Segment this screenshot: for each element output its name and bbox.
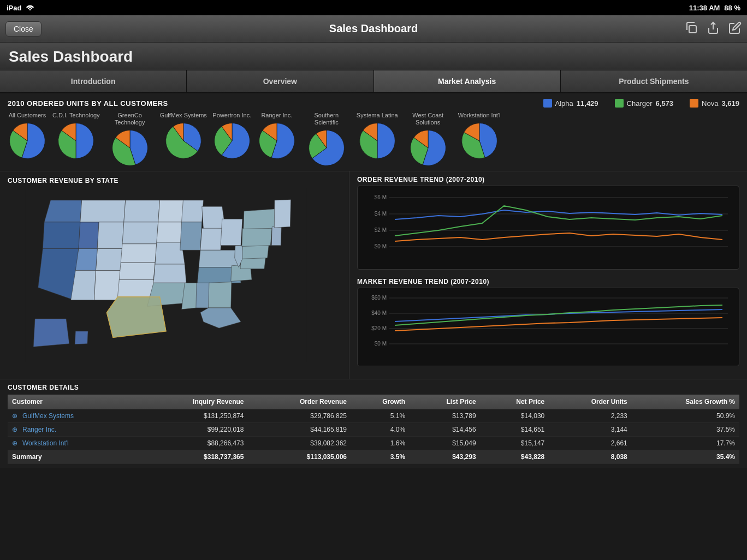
legend-nova: Nova 3,619 [690, 99, 739, 108]
state-oh [221, 219, 242, 246]
col-units: Order Units [549, 395, 632, 409]
state-wy [97, 222, 124, 249]
order-trend-chart-box: $6 M $4 M $2 M $0 M [357, 186, 739, 270]
table-cell: 50.9% [632, 409, 739, 423]
cell-customer[interactable]: ⊕Workstation Int'l [8, 437, 138, 450]
pie-label: Workstation Int'l [458, 112, 501, 119]
state-hi [75, 331, 88, 344]
title-bar-left[interactable]: Close [5, 21, 42, 37]
customer-link[interactable]: GulfMex Systems [22, 412, 74, 420]
col-net: Net Price [481, 395, 549, 409]
pie-chart-item[interactable]: Southern Scientific [302, 112, 351, 168]
col-list: List Price [410, 395, 480, 409]
lower-section: CUSTOMER REVENUE BY STATE [0, 171, 747, 379]
main-content: 2010 ORDERED UNITS BY ALL CUSTOMERS Alph… [0, 93, 747, 468]
svg-text:$0 M: $0 M [375, 341, 387, 347]
table-cell: $14,651 [481, 423, 549, 437]
market-trend-label: MARKET REVENUE TREND (2007-2010) [357, 278, 739, 285]
table-cell: 37.5% [632, 423, 739, 437]
order-trend-label: ORDER REVENUE TREND (2007-2010) [357, 176, 739, 183]
pie-chart-item[interactable]: C.D.I. Technology [52, 112, 100, 160]
col-growth: Growth [351, 395, 410, 409]
svg-rect-0 [689, 26, 696, 33]
market-revenue-trend: MARKET REVENUE TREND (2007-2010) $60 M $… [357, 278, 739, 374]
pie-label: Ranger Inc. [261, 112, 292, 119]
table-cell: $88,266,473 [138, 437, 248, 450]
tab-market-analysis[interactable]: Market Analysis [374, 70, 561, 92]
state-al [196, 283, 210, 308]
customer-details-label: CUSTOMER DETAILS [8, 384, 739, 391]
svg-text:$60 M: $60 M [371, 295, 387, 301]
state-id [79, 222, 99, 249]
state-ia [157, 222, 183, 242]
cell-customer[interactable]: ⊕Ranger Inc. [8, 423, 138, 437]
pie-chart-item[interactable]: GreenCo Technology [105, 112, 155, 168]
table-cell: $39,082,362 [248, 437, 351, 450]
summary-cell: $113,035,006 [248, 450, 351, 464]
state-ks [119, 263, 155, 280]
pie-chart-item[interactable]: Workstation Int'l [458, 112, 501, 160]
pie-svg [212, 121, 252, 160]
customer-link[interactable]: Workstation Int'l [22, 439, 69, 447]
expand-icon[interactable]: ⊕ [12, 412, 20, 420]
pie-svg [408, 128, 448, 168]
table-cell: $29,786,825 [248, 409, 351, 423]
map-section-label: CUSTOMER REVENUE BY STATE [8, 177, 341, 184]
pie-chart-item[interactable]: Ranger Inc. [257, 112, 297, 160]
pie-chart-item[interactable]: Powertron Inc. [212, 112, 252, 160]
nova-value: 3,619 [721, 99, 739, 108]
charger-color-box [615, 99, 624, 108]
time-label: 11:38 AM [689, 4, 720, 12]
customer-link[interactable]: Ranger Inc. [22, 426, 56, 433]
tab-product-shipments[interactable]: Product Shipments [561, 70, 747, 92]
state-in [200, 229, 222, 251]
cell-customer[interactable]: ⊕GulfMex Systems [8, 409, 138, 423]
device-label: iPad [7, 4, 21, 12]
expand-icon[interactable]: ⊕ [12, 426, 20, 433]
table-row[interactable]: ⊕Ranger Inc.$99,220,018$44,165,8194.0%$1… [8, 423, 739, 437]
customer-details-section: CUSTOMER DETAILS Customer Inquiry Revenu… [0, 379, 747, 468]
table-cell: 17.7% [632, 437, 739, 450]
table-cell: $131,250,874 [138, 409, 248, 423]
summary-cell: 3.5% [351, 450, 410, 464]
state-sd [122, 222, 158, 244]
summary-cell: $43,828 [481, 450, 549, 464]
pie-svg [164, 121, 203, 160]
pie-label: West Coast Solutions [404, 112, 453, 126]
summary-cell: $43,293 [410, 450, 480, 464]
copy-icon[interactable] [685, 21, 698, 36]
tab-introduction[interactable]: Introduction [0, 70, 187, 92]
tab-overview[interactable]: Overview [187, 70, 374, 92]
summary-cell: 35.4% [632, 450, 739, 464]
pie-svg [110, 128, 150, 168]
table-cell: 3,144 [549, 423, 632, 437]
trend-section: ORDER REVENUE TREND (2007-2010) $6 M $4 … [349, 171, 747, 379]
pie-chart-item[interactable]: West Coast Solutions [404, 112, 453, 168]
map-container[interactable] [8, 188, 324, 362]
state-nm [94, 271, 121, 300]
expand-icon[interactable]: ⊕ [12, 439, 20, 447]
battery-label: 88 % [724, 4, 740, 12]
pie-chart-item[interactable]: GulfMex Systems [160, 112, 207, 160]
state-ak [33, 319, 69, 347]
nova-label: Nova [702, 99, 718, 108]
pie-label: C.D.I. Technology [52, 112, 100, 119]
state-nd [124, 200, 160, 222]
wifi-icon [26, 4, 34, 12]
nova-color-box [690, 99, 698, 108]
edit-icon[interactable] [728, 21, 742, 36]
pie-svg [307, 128, 346, 168]
table-row[interactable]: ⊕Workstation Int'l$88,266,473$39,082,362… [8, 437, 739, 450]
col-customer: Customer [8, 395, 138, 409]
pie-chart-item[interactable]: Systema Latina [357, 112, 398, 160]
table-cell: 2,233 [549, 409, 632, 423]
table-cell: 4.0% [351, 423, 410, 437]
share-icon[interactable] [707, 21, 720, 36]
page-title: Sales Dashboard [9, 48, 133, 65]
summary-cell: 8,038 [549, 450, 632, 464]
alpha-label: Alpha [555, 99, 573, 108]
table-row[interactable]: ⊕GulfMex Systems$131,250,874$29,786,8255… [8, 409, 739, 423]
pie-chart-item[interactable]: All Customers [8, 112, 47, 160]
close-button[interactable]: Close [5, 21, 42, 37]
map-section: CUSTOMER REVENUE BY STATE [0, 171, 349, 379]
